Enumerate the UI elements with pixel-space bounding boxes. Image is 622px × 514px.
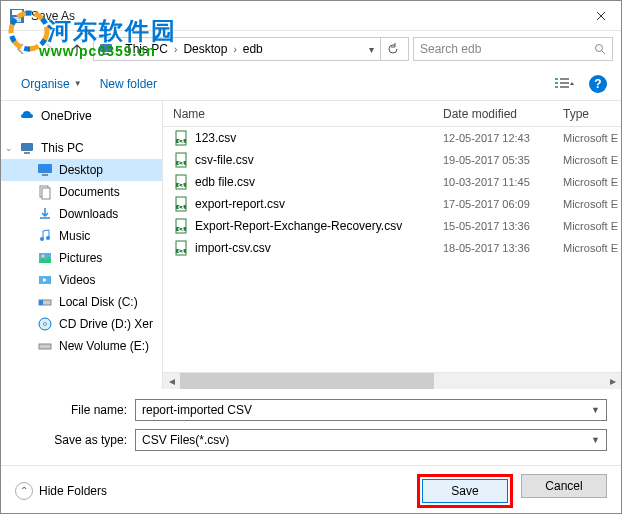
- saveastype-label: Save as type:: [15, 433, 127, 447]
- file-row[interactable]: aExport-Report-Exchange-Recovery.csv15-0…: [163, 215, 621, 237]
- cancel-button[interactable]: Cancel: [521, 474, 607, 498]
- file-name: export-report.csv: [195, 197, 443, 211]
- scroll-right-icon[interactable]: ▸: [604, 373, 621, 389]
- sidebar-item-cddrive[interactable]: CD Drive (D:) Xer: [1, 313, 162, 335]
- chevron-down-icon: ▼: [74, 79, 82, 88]
- close-button[interactable]: [581, 1, 621, 31]
- breadcrumb-thispc[interactable]: This PC: [121, 42, 172, 56]
- file-name: edb file.csv: [195, 175, 443, 189]
- nav-back-button[interactable]: [9, 37, 33, 61]
- chevron-down-icon[interactable]: ▾: [369, 44, 374, 55]
- sidebar-item-pictures[interactable]: Pictures: [1, 247, 162, 269]
- chevron-down-icon[interactable]: ▼: [591, 405, 600, 415]
- svg-rect-2: [13, 17, 21, 22]
- file-row[interactable]: a123.csv12-05-2017 12:43Microsoft E: [163, 127, 621, 149]
- svg-rect-3: [100, 44, 112, 52]
- documents-icon: [37, 184, 53, 200]
- scrollbar-thumb[interactable]: [180, 373, 434, 389]
- file-date: 19-05-2017 05:35: [443, 154, 563, 166]
- svg-rect-18: [42, 188, 50, 199]
- arrow-right-icon: [42, 42, 56, 56]
- file-type: Microsoft E: [563, 242, 618, 254]
- nav-forward-button[interactable]: [37, 37, 61, 61]
- organise-button[interactable]: Organise ▼: [15, 73, 88, 95]
- svg-rect-10: [560, 82, 569, 84]
- search-input[interactable]: Search edb: [413, 37, 613, 61]
- svg-text:a: a: [178, 220, 185, 234]
- breadcrumb-desktop[interactable]: Desktop: [179, 42, 231, 56]
- new-folder-button[interactable]: New folder: [94, 73, 163, 95]
- sidebar-item-onedrive[interactable]: OneDrive: [1, 105, 162, 127]
- file-date: 15-05-2017 13:36: [443, 220, 563, 232]
- sidebar-item-thispc[interactable]: ⌄ This PC: [1, 137, 162, 159]
- chevron-up-icon: ⌃: [15, 482, 33, 500]
- csv-file-icon: a: [173, 218, 189, 234]
- saveastype-select[interactable]: CSV Files(*.csv) ▼: [135, 429, 607, 451]
- file-type: Microsoft E: [563, 154, 618, 166]
- svg-rect-13: [21, 143, 33, 151]
- column-type[interactable]: Type: [553, 107, 621, 121]
- close-icon: [596, 11, 606, 21]
- svg-point-22: [42, 255, 45, 258]
- file-name: csv-file.csv: [195, 153, 443, 167]
- svg-rect-28: [39, 344, 51, 349]
- arrow-left-icon: [14, 42, 28, 56]
- chevron-down-icon[interactable]: ▼: [591, 435, 600, 445]
- view-icon: [555, 77, 575, 91]
- column-name[interactable]: Name: [163, 107, 433, 121]
- expand-icon[interactable]: ⌄: [5, 143, 13, 153]
- column-date[interactable]: Date modified: [433, 107, 553, 121]
- view-mode-button[interactable]: [551, 73, 579, 95]
- downloads-icon: [37, 206, 53, 222]
- sidebar-item-music[interactable]: Music: [1, 225, 162, 247]
- svg-text:a: a: [178, 132, 185, 146]
- drive-icon: [37, 294, 53, 310]
- save-button[interactable]: Save: [422, 479, 508, 503]
- save-highlight: Save: [417, 474, 513, 508]
- file-row[interactable]: aexport-report.csv17-05-2017 06:09Micros…: [163, 193, 621, 215]
- sidebar-item-downloads[interactable]: Downloads: [1, 203, 162, 225]
- nav-up-button[interactable]: [65, 37, 89, 61]
- arrow-up-icon: [70, 42, 84, 56]
- sidebar-item-localdisk-c[interactable]: Local Disk (C:): [1, 291, 162, 313]
- refresh-button[interactable]: [380, 37, 404, 61]
- file-name: Export-Report-Exchange-Recovery.csv: [195, 219, 443, 233]
- sidebar-item-desktop[interactable]: Desktop: [1, 159, 162, 181]
- file-type: Microsoft E: [563, 176, 618, 188]
- svg-text:a: a: [178, 176, 185, 190]
- search-icon: [594, 43, 606, 55]
- titlebar: Save As: [1, 1, 621, 31]
- sidebar-item-videos[interactable]: Videos: [1, 269, 162, 291]
- file-date: 12-05-2017 12:43: [443, 132, 563, 144]
- hide-folders-button[interactable]: ⌃ Hide Folders: [15, 482, 107, 500]
- horizontal-scrollbar[interactable]: ◂ ▸: [163, 372, 621, 389]
- scroll-left-icon[interactable]: ◂: [163, 373, 180, 389]
- music-icon: [37, 228, 53, 244]
- svg-rect-14: [24, 152, 30, 154]
- svg-text:a: a: [178, 242, 185, 256]
- filename-label: File name:: [15, 403, 127, 417]
- refresh-icon: [387, 43, 399, 55]
- file-row[interactable]: aedb file.csv10-03-2017 11:45Microsoft E: [163, 171, 621, 193]
- footer: ⌃ Hide Folders Save Cancel: [1, 465, 621, 514]
- svg-rect-11: [555, 86, 558, 88]
- file-row[interactable]: aimport-csv.csv18-05-2017 13:36Microsoft…: [163, 237, 621, 259]
- sidebar-item-documents[interactable]: Documents: [1, 181, 162, 203]
- breadcrumb-edb[interactable]: edb: [239, 42, 267, 56]
- svg-text:a: a: [178, 154, 185, 168]
- filename-input[interactable]: report-imported CSV ▼: [135, 399, 607, 421]
- file-date: 10-03-2017 11:45: [443, 176, 563, 188]
- breadcrumb[interactable]: › This PC › Desktop › edb ▾: [93, 37, 409, 61]
- svg-rect-7: [555, 78, 558, 80]
- svg-rect-4: [103, 53, 109, 55]
- csv-file-icon: a: [173, 196, 189, 212]
- file-row[interactable]: acsv-file.csv19-05-2017 05:35Microsoft E: [163, 149, 621, 171]
- help-button[interactable]: ?: [589, 75, 607, 93]
- file-type: Microsoft E: [563, 220, 618, 232]
- window-title: Save As: [31, 9, 581, 23]
- file-type: Microsoft E: [563, 132, 618, 144]
- svg-rect-9: [555, 82, 558, 84]
- drive-icon: [37, 338, 53, 354]
- csv-file-icon: a: [173, 174, 189, 190]
- sidebar-item-newvolume[interactable]: New Volume (E:): [1, 335, 162, 357]
